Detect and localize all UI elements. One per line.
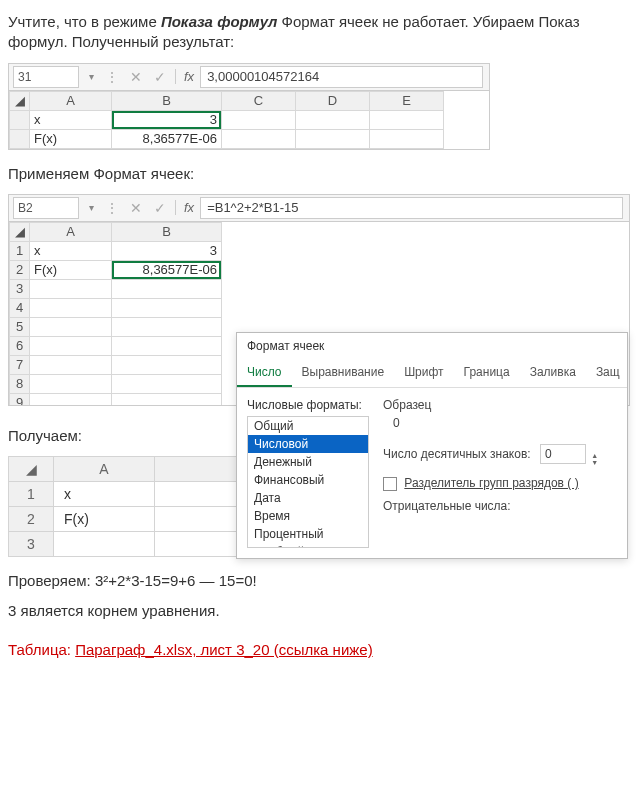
row-header[interactable]: 5 [10,317,30,336]
number-format-list[interactable]: Общий Числовой Денежный Финансовый Дата … [247,416,369,548]
accept-icon[interactable]: ✓ [151,200,169,216]
col-header-A[interactable]: A [30,222,112,241]
cancel-icon[interactable]: ✕ [127,69,145,85]
tab-fill[interactable]: Заливка [520,359,586,387]
name-box[interactable]: 31 [13,66,79,88]
dialog-tabs: Число Выравнивание Шрифт Граница Заливка… [237,359,627,388]
tab-font[interactable]: Шрифт [394,359,453,387]
thousands-sep-checkbox[interactable] [383,477,397,491]
sample-label: Образец [383,398,617,412]
cell-selected[interactable]: 3 [112,110,222,129]
intro-text-1: Учтите, что в режиме [8,13,161,30]
cell[interactable] [296,110,370,129]
col-header-D[interactable]: D [296,91,370,110]
fmt-accounting[interactable]: Финансовый [248,471,368,489]
fmt-number[interactable]: Числовой [248,435,368,453]
row-header[interactable]: 7 [10,355,30,374]
cell-selected[interactable]: 8,36577E-06 [112,260,222,279]
cell[interactable] [222,129,296,148]
fmt-fraction[interactable]: Дробный [248,543,368,548]
cell[interactable] [30,355,112,374]
cell[interactable]: x [30,241,112,260]
row-header[interactable] [10,129,30,148]
excel-shot-1: 31 ▾ ⋮ ✕ ✓ fx 3,00000104572164 ◢ A B C D… [8,63,490,150]
name-box-dropdown-icon[interactable]: ▾ [85,66,97,88]
fmt-currency[interactable]: Денежный [248,453,368,471]
cell[interactable]: F(x) [30,129,112,148]
col-header-B[interactable]: B [112,222,222,241]
row-header[interactable]: 2 [9,507,54,532]
row-header[interactable]: 4 [10,298,30,317]
para-root: 3 является корнем уравнения. [8,601,633,621]
cell[interactable] [112,279,222,298]
row-header[interactable]: 1 [10,241,30,260]
row-header[interactable] [10,110,30,129]
col-header-A[interactable]: A [30,91,112,110]
cancel-icon[interactable]: ✕ [127,200,145,216]
cell[interactable] [30,317,112,336]
formula-bar[interactable]: =B1^2+2*B1-15 [200,197,623,219]
cell[interactable] [30,298,112,317]
tab-number[interactable]: Число [237,359,292,387]
col-header-E[interactable]: E [370,91,444,110]
tab-alignment[interactable]: Выравнивание [292,359,395,387]
fmt-percent[interactable]: Процентный [248,525,368,543]
cell[interactable] [54,532,155,557]
row-header[interactable]: 8 [10,374,30,393]
para-check: Проверяем: 3²+2*3-15=9+6 — 15=0! [8,571,633,591]
row-header[interactable]: 6 [10,336,30,355]
cell[interactable] [112,393,222,406]
cell[interactable]: F(x) [54,507,155,532]
spinner-buttons-icon[interactable]: ▲▼ [591,452,598,466]
name-box-dropdown-icon[interactable]: ▾ [85,197,97,219]
fx-icon[interactable]: fx [175,200,194,215]
tab-protect[interactable]: Защ [586,359,630,387]
row-header[interactable]: 9 [10,393,30,406]
row-header[interactable]: 1 [9,482,54,507]
decimal-places-input[interactable]: 0 [540,444,586,464]
grid-1: ◢ A B C D E x 3 F(x) 8,36577E-06 [9,91,444,149]
cell[interactable]: F(x) [30,260,112,279]
col-header-C[interactable]: C [222,91,296,110]
fmt-general[interactable]: Общий [248,417,368,435]
cell[interactable]: x [54,482,155,507]
footer-prefix: Таблица: [8,641,75,658]
cell[interactable]: 3 [112,241,222,260]
decimal-places-label: Число десятичных знаков: [383,447,531,461]
select-all-corner[interactable]: ◢ [9,457,54,482]
format-cells-dialog: Формат ячеек Число Выравнивание Шрифт Гр… [236,332,628,559]
cell[interactable] [30,374,112,393]
row-header[interactable]: 3 [9,532,54,557]
footer-link[interactable]: Параграф_4.xlsx, лист 3_20 (ссылка ниже) [75,641,373,658]
cell[interactable] [30,336,112,355]
fmt-date[interactable]: Дата [248,489,368,507]
cell[interactable] [112,336,222,355]
formula-bar[interactable]: 3,00000104572164 [200,66,483,88]
fx-icon[interactable]: fx [175,69,194,84]
cell[interactable] [296,129,370,148]
row-header[interactable]: 3 [10,279,30,298]
cell[interactable] [30,279,112,298]
cell[interactable]: x [30,110,112,129]
accept-icon[interactable]: ✓ [151,69,169,85]
col-header-A[interactable]: A [54,457,155,482]
sep-icon: ⋮ [103,200,121,216]
cell[interactable] [112,374,222,393]
col-header-B[interactable]: B [112,91,222,110]
name-box[interactable]: B2 [13,197,79,219]
cell[interactable] [222,110,296,129]
cell[interactable] [30,393,112,406]
row-header[interactable]: 2 [10,260,30,279]
select-all-corner[interactable]: ◢ [10,91,30,110]
cell[interactable] [370,129,444,148]
cell[interactable] [112,298,222,317]
thousands-sep-label: Разделитель групп разрядов ( ) [404,476,578,490]
select-all-corner[interactable]: ◢ [10,222,30,241]
tab-border[interactable]: Граница [454,359,520,387]
dialog-title: Формат ячеек [237,333,627,359]
fmt-time[interactable]: Время [248,507,368,525]
cell[interactable] [112,317,222,336]
cell[interactable] [112,355,222,374]
cell[interactable]: 8,36577E-06 [112,129,222,148]
cell[interactable] [370,110,444,129]
